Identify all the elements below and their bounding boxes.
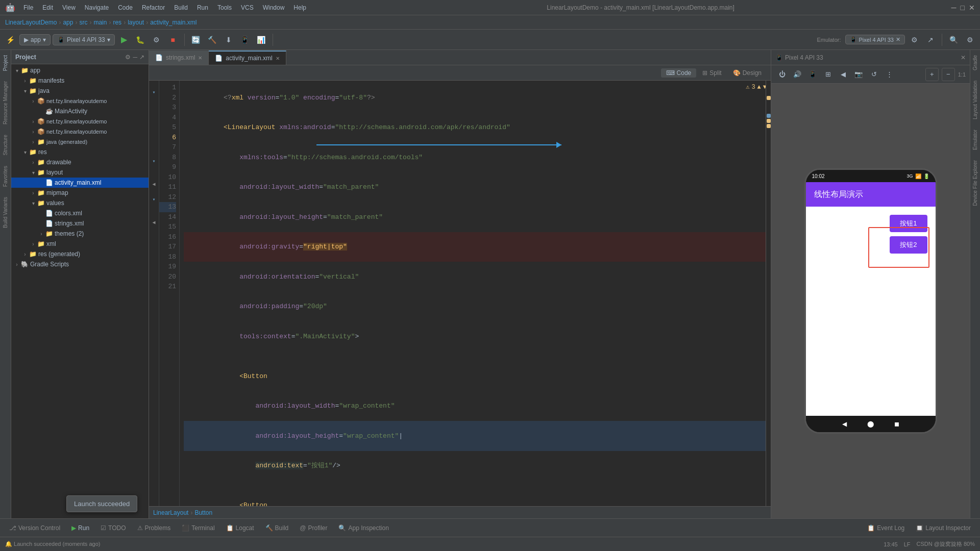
emulator-sidebar-tab[interactable]: Emulator bbox=[970, 124, 980, 155]
tab-close-button[interactable]: ✕ bbox=[276, 56, 280, 61]
bottom-tab-logcat[interactable]: 📋 Logcat bbox=[221, 522, 259, 534]
resource-manager-tab[interactable]: Resource Manager bbox=[0, 76, 11, 130]
project-panel-close[interactable]: ─ bbox=[133, 54, 137, 61]
debug-button[interactable]: 🐛 bbox=[133, 33, 148, 47]
expand-arrow[interactable]: ▾ bbox=[13, 68, 20, 73]
tree-item-gradle[interactable]: › 🐘 Gradle Scripts bbox=[11, 259, 149, 269]
expand-arrow[interactable]: › bbox=[13, 262, 20, 267]
expand-arrow[interactable]: › bbox=[30, 139, 37, 145]
menu-file[interactable]: File bbox=[19, 3, 37, 12]
expand-arrow[interactable]: › bbox=[30, 129, 37, 135]
emulator-reset-button[interactable]: ↺ bbox=[867, 68, 880, 81]
tree-item-app[interactable]: ▾ 📁 app bbox=[11, 65, 149, 76]
expand-arrow[interactable]: ▾ bbox=[21, 149, 29, 155]
menu-run[interactable]: Run bbox=[193, 3, 212, 12]
toolbar-btn-1[interactable]: ⚡ bbox=[3, 33, 17, 47]
expand-arrow[interactable]: › bbox=[30, 98, 37, 104]
search-button[interactable]: 🔍 bbox=[946, 33, 961, 47]
scroll-thumb[interactable] bbox=[767, 114, 771, 118]
expand-arrow[interactable]: › bbox=[30, 241, 37, 247]
gutter-fold-2[interactable]: ▾ bbox=[152, 89, 155, 95]
tree-item-package-1[interactable]: › 📦 net.fzy.linearlayoutdemo bbox=[11, 96, 149, 106]
breadcrumb-item-linearlayout[interactable]: LinearLayout bbox=[153, 509, 188, 516]
menu-vcs[interactable]: VCS bbox=[237, 3, 258, 12]
bottom-tab-run[interactable]: ▶ Run bbox=[66, 522, 94, 534]
breadcrumb-item-src[interactable]: src bbox=[79, 19, 87, 26]
bottom-tab-problems[interactable]: ⚠ Problems bbox=[132, 522, 176, 534]
tree-item-activity-main[interactable]: › 📄 activity_main.xml bbox=[11, 178, 149, 188]
tree-item-xml[interactable]: › 📁 xml bbox=[11, 239, 149, 249]
breadcrumb-item-file[interactable]: activity_main.xml bbox=[150, 19, 197, 26]
gutter-fold-11[interactable]: ▾ bbox=[152, 158, 155, 164]
expand-arrow[interactable]: › bbox=[21, 78, 29, 84]
breadcrumb-item-res[interactable]: res bbox=[113, 19, 121, 26]
gradle-tab[interactable]: Gradle bbox=[970, 50, 980, 76]
expand-arrow[interactable]: › bbox=[30, 119, 37, 124]
bottom-tab-terminal[interactable]: ⬛ Terminal bbox=[177, 522, 219, 534]
menu-help[interactable]: Help bbox=[289, 3, 310, 12]
tree-item-mipmap[interactable]: › 📁 mipmap bbox=[11, 188, 149, 198]
breadcrumb-item-layout[interactable]: layout bbox=[128, 19, 144, 26]
expand-arrow[interactable]: › bbox=[30, 190, 37, 196]
build-variants-tab[interactable]: Build Variants bbox=[0, 192, 11, 233]
structure-tab[interactable]: Structure bbox=[0, 130, 11, 161]
expand-arrow[interactable]: ▾ bbox=[30, 170, 37, 176]
emulator-device-tag[interactable]: 📱 Pixel 4 API 33 ✕ bbox=[845, 35, 905, 44]
emulator-back-button[interactable]: ◀ bbox=[837, 68, 850, 81]
expand-arrow[interactable]: › bbox=[30, 160, 37, 165]
menu-refactor[interactable]: Refactor bbox=[138, 3, 169, 12]
run-configuration-selector[interactable]: ▶ app ▾ bbox=[19, 34, 51, 45]
tree-item-layout[interactable]: ▾ 📁 layout bbox=[11, 167, 149, 178]
tree-item-package-3[interactable]: › 📦 net.fzy.linearlayoutdemo bbox=[11, 127, 149, 137]
menu-edit[interactable]: Edit bbox=[38, 3, 57, 12]
tree-item-manifests[interactable]: › 📁 manifests bbox=[11, 76, 149, 86]
tree-item-values[interactable]: ▾ 📁 values bbox=[11, 198, 149, 208]
profiler-button[interactable]: 📊 bbox=[254, 33, 268, 47]
project-panel-expand[interactable]: ↗ bbox=[139, 54, 144, 61]
breadcrumb-item-main[interactable]: main bbox=[93, 19, 107, 26]
breadcrumb-item-project[interactable]: LinearLayoutDemo bbox=[5, 19, 57, 26]
tree-item-drawable[interactable]: › 📁 drawable bbox=[11, 157, 149, 167]
bottom-tab-build[interactable]: 🔨 Build bbox=[260, 522, 294, 534]
stop-button[interactable]: ■ bbox=[166, 33, 180, 47]
zoom-out-button[interactable]: − bbox=[942, 68, 955, 81]
layout-validation-tab[interactable]: Layout Validation bbox=[970, 76, 980, 124]
tab-activity-main-xml[interactable]: 📄 activity_main.xml ✕ bbox=[209, 51, 286, 65]
zoom-in-button[interactable]: + bbox=[925, 68, 939, 81]
expand-arrow[interactable]: › bbox=[38, 180, 45, 186]
tree-item-strings[interactable]: › 📄 strings.xml bbox=[11, 218, 149, 229]
expand-arrow[interactable]: › bbox=[38, 231, 45, 237]
close-button[interactable]: ✕ bbox=[969, 4, 975, 12]
bottom-tab-version-control[interactable]: ⎇ Version Control bbox=[4, 522, 65, 534]
favorites-tab[interactable]: Favorites bbox=[0, 161, 11, 192]
bottom-tab-event-log[interactable]: 📋 Event Log bbox=[862, 522, 910, 534]
emulator-rotate-button[interactable]: 📱 bbox=[806, 68, 819, 81]
gutter-fold-16[interactable]: ▾ bbox=[152, 196, 155, 203]
minimize-button[interactable]: ─ bbox=[951, 4, 957, 12]
emulator-close-icon[interactable]: ✕ bbox=[896, 36, 900, 43]
tree-item-main-activity[interactable]: › ☕ MainActivity bbox=[11, 106, 149, 116]
menu-navigate[interactable]: Navigate bbox=[81, 3, 113, 12]
emulator-more-button[interactable]: ⋮ bbox=[883, 68, 896, 81]
coverage-button[interactable]: ⚙ bbox=[150, 33, 164, 47]
emulator-close-icon[interactable]: ✕ bbox=[961, 54, 966, 61]
sync-button[interactable]: 🔄 bbox=[189, 33, 203, 47]
settings-button[interactable]: ⚙ bbox=[963, 33, 977, 47]
expand-arrow[interactable]: › bbox=[38, 109, 45, 114]
design-view-button[interactable]: 🎨 Design bbox=[728, 68, 767, 78]
breadcrumb-item-button[interactable]: Button bbox=[194, 509, 212, 516]
tree-item-java[interactable]: ▾ 📁 java bbox=[11, 86, 149, 96]
expand-arrow[interactable]: ▾ bbox=[21, 88, 29, 94]
device-file-explorer-tab[interactable]: Device File Explorer bbox=[970, 155, 980, 211]
bottom-tab-todo[interactable]: ☑ TODO bbox=[95, 522, 131, 534]
expand-arrow[interactable]: ▾ bbox=[30, 201, 37, 206]
build-button[interactable]: 🔨 bbox=[205, 33, 219, 47]
emulator-fold-button[interactable]: ⊞ bbox=[821, 68, 835, 81]
run-button[interactable]: ▶ bbox=[117, 33, 131, 47]
tree-item-themes[interactable]: › 📁 themes (2) bbox=[11, 229, 149, 239]
expand-arrow[interactable]: › bbox=[21, 252, 29, 257]
gutter-fold-14[interactable]: ◀ bbox=[152, 181, 155, 187]
tab-strings-xml[interactable]: 📄 strings.xml ✕ bbox=[149, 51, 209, 65]
emulator-sound-button[interactable]: 🔊 bbox=[791, 68, 804, 81]
emulator-power-button[interactable]: ⏻ bbox=[775, 68, 789, 81]
